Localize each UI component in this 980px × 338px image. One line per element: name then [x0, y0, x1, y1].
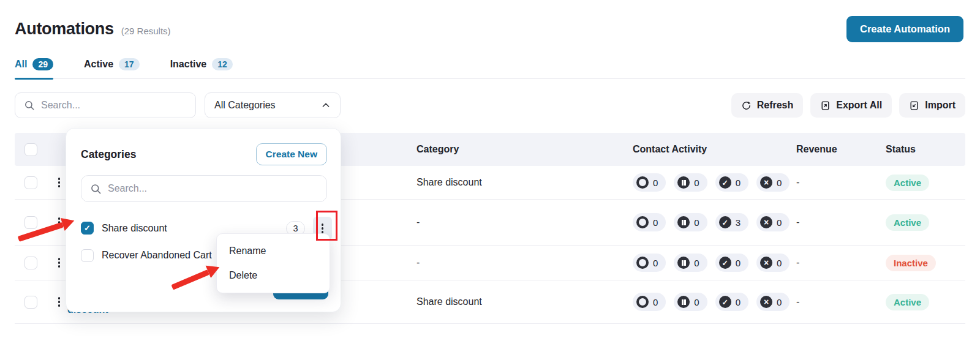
tab-active-label: Active	[84, 59, 113, 70]
categories-popover-title: Categories	[81, 148, 136, 161]
revenue-cell: -	[796, 257, 862, 268]
entered-count-badge: 0	[633, 213, 666, 231]
tab-all-count: 29	[32, 58, 53, 70]
category-search-field[interactable]	[81, 175, 327, 202]
title-group: Automations (29 Results)	[15, 20, 171, 39]
exited-icon: ×	[760, 216, 772, 228]
row-checkbox[interactable]	[24, 257, 37, 269]
completed-count-badge: ✓3	[715, 213, 748, 231]
export-all-button[interactable]: Export All	[810, 93, 892, 118]
export-document-icon	[820, 100, 831, 111]
paused-count-badge: 0	[674, 293, 707, 311]
category-context-menu: Rename Delete	[216, 233, 330, 293]
paused-icon	[677, 216, 690, 228]
tab-active[interactable]: Active 17	[84, 58, 140, 78]
row-checkbox[interactable]	[24, 296, 37, 309]
category-label: Recover Abandoned Cart	[102, 250, 212, 261]
search-field[interactable]	[15, 92, 196, 118]
tab-active-count: 17	[119, 58, 140, 70]
exited-count-badge: ×0	[756, 254, 790, 272]
tab-inactive-label: Inactive	[170, 59, 207, 70]
exited-count-badge: ×0	[756, 213, 790, 231]
refresh-icon	[741, 100, 752, 111]
row-actions-kebab-icon[interactable]	[51, 255, 67, 270]
completed-icon: ✓	[719, 216, 731, 228]
entered-icon	[636, 257, 649, 269]
export-all-label: Export All	[836, 100, 882, 111]
entered-icon	[636, 216, 649, 228]
create-automation-button[interactable]: Create Automation	[846, 16, 963, 42]
revenue-cell: -	[796, 296, 862, 307]
exited-count-badge: ×0	[756, 293, 790, 311]
search-icon	[24, 100, 35, 111]
paused-icon	[677, 257, 690, 269]
contact-activity-badges: 0 0 ✓3 ×0	[633, 213, 796, 231]
category-cell: -	[417, 217, 633, 228]
tab-bar: All 29 Active 17 Inactive 12	[15, 58, 965, 79]
contact-activity-badges: 0 0 ✓0 ×0	[633, 173, 796, 192]
column-header-status: Status	[862, 144, 965, 155]
refresh-button[interactable]: Refresh	[731, 93, 804, 118]
menu-item-delete[interactable]: Delete	[217, 263, 330, 288]
completed-count-badge: ✓0	[715, 293, 748, 311]
categories-filter-dropdown[interactable]: All Categories	[205, 92, 341, 118]
revenue-cell: -	[796, 177, 862, 188]
automations-page: Automations (29 Results) Create Automati…	[0, 0, 980, 338]
annotation-highlight-box	[316, 211, 337, 241]
exited-icon: ×	[760, 257, 772, 269]
entered-icon	[636, 296, 649, 308]
entered-count-badge: 0	[633, 254, 666, 272]
category-cell: Share discount	[417, 177, 633, 188]
tab-all-label: All	[15, 59, 27, 70]
tab-inactive[interactable]: Inactive 12	[170, 58, 233, 78]
import-label: Import	[925, 100, 956, 111]
status-badge: Active	[886, 214, 929, 231]
status-badge: Inactive	[886, 255, 936, 271]
tab-all[interactable]: All 29	[15, 58, 53, 78]
category-cell: -	[417, 257, 633, 268]
exited-icon: ×	[760, 296, 772, 308]
paused-icon	[677, 296, 690, 308]
import-document-icon	[909, 100, 919, 111]
revenue-cell: -	[796, 217, 862, 228]
row-actions-kebab-icon[interactable]	[51, 295, 67, 309]
exited-count-badge: ×0	[756, 173, 790, 192]
select-all-checkbox[interactable]	[24, 143, 37, 156]
column-header-contact-activity: Contact Activity	[633, 144, 796, 155]
create-new-category-button[interactable]: Create New	[256, 143, 327, 165]
completed-icon: ✓	[719, 176, 731, 189]
completed-count-badge: ✓0	[715, 254, 748, 272]
entered-count-badge: 0	[633, 293, 666, 311]
paused-count-badge: 0	[674, 173, 707, 192]
column-header-revenue: Revenue	[796, 144, 862, 155]
toolbar: All Categories Refresh Export All	[15, 92, 965, 118]
category-cell: Share discount	[417, 296, 633, 307]
category-checkbox[interactable]: ✓	[81, 222, 94, 235]
search-input[interactable]	[41, 100, 187, 111]
page-title: Automations	[15, 20, 114, 39]
paused-count-badge: 0	[674, 213, 707, 231]
column-header-category: Category	[417, 144, 633, 155]
menu-item-rename[interactable]: Rename	[217, 239, 330, 263]
entered-count-badge: 0	[633, 173, 666, 192]
search-icon	[90, 183, 102, 195]
row-checkbox[interactable]	[24, 176, 37, 189]
paused-icon	[677, 176, 690, 189]
categories-filter-value: All Categories	[214, 100, 276, 111]
completed-icon: ✓	[719, 296, 731, 308]
status-badge: Active	[886, 294, 929, 310]
category-label: Share discount	[102, 223, 167, 234]
contact-activity-badges: 0 0 ✓0 ×0	[633, 293, 796, 311]
completed-count-badge: ✓0	[715, 173, 748, 192]
chevron-up-icon	[321, 100, 331, 110]
tab-inactive-count: 12	[212, 58, 233, 70]
status-badge: Active	[886, 175, 929, 191]
contact-activity-badges: 0 0 ✓0 ×0	[633, 254, 796, 272]
category-search-input[interactable]	[108, 183, 318, 194]
category-checkbox[interactable]	[81, 249, 94, 262]
row-actions-kebab-icon[interactable]	[51, 175, 67, 190]
import-button[interactable]: Import	[899, 93, 965, 118]
page-header: Automations (29 Results) Create Automati…	[0, 0, 980, 42]
paused-count-badge: 0	[674, 254, 707, 272]
entered-icon	[636, 176, 649, 189]
